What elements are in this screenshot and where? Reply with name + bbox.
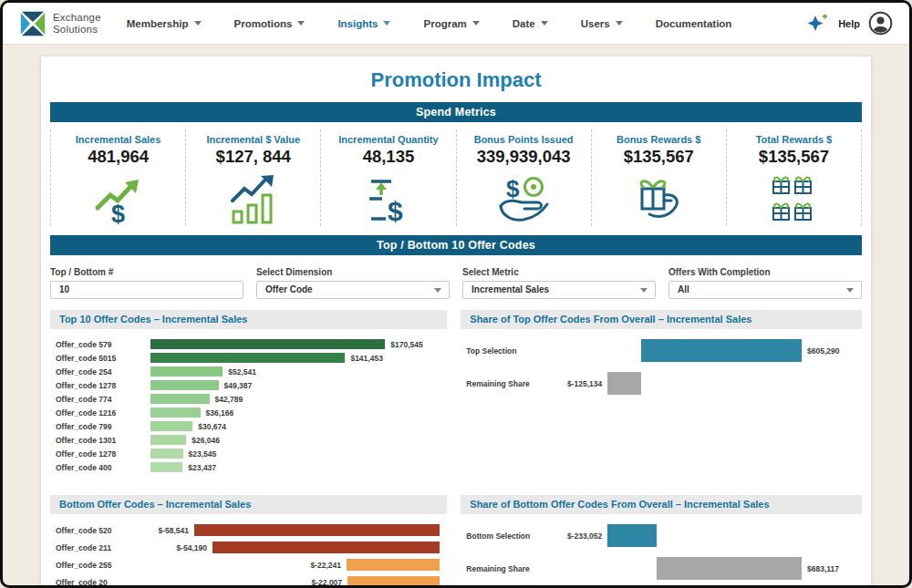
- bar[interactable]: [150, 462, 182, 472]
- page-background: Promotion Impact Spend Metrics Increment…: [3, 45, 909, 588]
- nav-item-label: Date: [513, 18, 535, 29]
- filter-value: All: [678, 284, 689, 294]
- bar-label: Offer_code 255: [56, 561, 150, 570]
- nav-item-membership[interactable]: Membership: [127, 18, 202, 29]
- bar[interactable]: [657, 557, 802, 580]
- metric-label: Incremental $ Value: [186, 134, 320, 145]
- chart-row: Offer_code 211$-54,190: [56, 542, 441, 553]
- bar-area: $-22,241: [150, 559, 441, 571]
- bar-label: Offer_code 1301: [56, 436, 150, 445]
- bar[interactable]: [212, 542, 440, 553]
- bar[interactable]: [150, 394, 210, 404]
- trend-dollar-icon: $: [51, 173, 185, 226]
- metric-card-total-rewards: Total Rewards $$135,567: [727, 129, 862, 226]
- bar-label: Remaining Share: [466, 379, 553, 388]
- user-avatar-icon[interactable]: [868, 11, 893, 36]
- bar-area: $170,545: [150, 339, 441, 349]
- chevron-down-icon: [541, 21, 548, 26]
- bar-label: Offer_code 579: [56, 340, 150, 349]
- chart-body: Bottom Selection$-233,052Remaining Share…: [461, 514, 862, 588]
- offer-codes-header: Top / Bottom 10 Offer Codes: [50, 235, 862, 255]
- metric-card-incremental-value: Incremental $ Value$127, 844: [186, 129, 321, 226]
- chart-row: Offer_code 520$-58,541: [56, 524, 441, 536]
- chevron-down-icon: [297, 21, 305, 26]
- bar[interactable]: [150, 353, 345, 363]
- filter-input[interactable]: 10: [50, 281, 244, 299]
- bar[interactable]: [150, 339, 385, 349]
- filter-label: Offers With Completion: [668, 267, 862, 277]
- chevron-down-icon: [194, 21, 202, 26]
- filter-value: Incremental Sales: [472, 284, 549, 294]
- chart-row: Offer_code 5015$141,453: [56, 353, 441, 363]
- bar-label: Offer_code 400: [56, 463, 150, 472]
- bar-value: $36,166: [206, 408, 234, 418]
- bar-area: $36,166: [150, 407, 441, 418]
- chevron-down-icon: [383, 21, 390, 26]
- chart-row: Offer_code 1301$26,046: [56, 435, 441, 445]
- bar[interactable]: [641, 339, 802, 362]
- filter-value: Offer Code: [265, 284, 313, 294]
- filter-label: Select Metric: [462, 267, 656, 277]
- bar-area: $42,789: [150, 394, 441, 404]
- bar-area: $605,290: [553, 339, 856, 362]
- bar-value: $23,437: [188, 463, 216, 472]
- bar[interactable]: [607, 524, 657, 547]
- metric-card-incremental-quantity: Incremental Quantity48,135$: [321, 129, 456, 226]
- nav-item-label: Promotions: [234, 18, 293, 29]
- filter-select[interactable]: All: [668, 281, 862, 299]
- chart-row: Offer_code 20$-22,007: [56, 576, 441, 588]
- chart-row: Offer_code 1216$36,166: [56, 407, 441, 418]
- chevron-down-icon: [616, 21, 623, 26]
- filter-label: Top / Bottom #: [50, 267, 244, 277]
- bar[interactable]: [150, 366, 223, 377]
- bar-area: $-58,541: [150, 524, 441, 536]
- bar-label: Offer_code 799: [56, 422, 150, 431]
- bar[interactable]: [194, 524, 440, 536]
- chart-row: Bottom Selection$-233,052: [466, 524, 856, 547]
- bar[interactable]: [347, 576, 440, 588]
- metric-label: Bonus Rewards $: [592, 134, 726, 145]
- nav-item-date[interactable]: Date: [513, 18, 548, 29]
- metric-label: Incremental Quantity: [321, 134, 455, 145]
- bar[interactable]: [150, 421, 192, 431]
- filter-select[interactable]: Offer Code: [256, 281, 450, 299]
- bar[interactable]: [150, 380, 219, 390]
- chevron-down-icon: [472, 21, 480, 26]
- chart-panel-top10: Top 10 Offer Codes – Incremental SalesOf…: [50, 310, 447, 480]
- nav-item-documentation[interactable]: Documentation: [656, 18, 732, 29]
- nav-item-label: Program: [423, 18, 466, 29]
- bar[interactable]: [150, 407, 201, 418]
- bar-label: Offer_code 1216: [56, 408, 150, 418]
- nav-item-insights[interactable]: Insights: [337, 18, 390, 29]
- chart-row: Top Selection$605,290: [466, 339, 856, 362]
- nav-item-users[interactable]: Users: [581, 18, 623, 29]
- svg-text:$: $: [111, 201, 125, 224]
- help-button[interactable]: Help: [838, 18, 860, 29]
- metric-card-bonus-rewards: Bonus Rewards $$135,567: [592, 129, 727, 226]
- nav-item-promotions[interactable]: Promotions: [234, 18, 306, 29]
- metric-card-incremental-sales: Incremental Sales481,964$: [50, 129, 186, 226]
- chart-row: Offer_code 1278$23,545: [56, 449, 441, 459]
- bar-area: $-125,134: [553, 372, 856, 395]
- brand-name: Exchange Solutions: [53, 12, 101, 36]
- bar[interactable]: [347, 559, 440, 571]
- top-navbar: Exchange Solutions MembershipPromotionsI…: [3, 3, 909, 45]
- bar-label: Remaining Share: [466, 564, 553, 573]
- bar-area: $30,674: [150, 421, 441, 431]
- filter-value: 10: [59, 284, 69, 294]
- hand-points-icon: $: [457, 173, 591, 226]
- bar-label: Offer_code 211: [56, 543, 150, 552]
- bar-value: $52,541: [228, 367, 256, 377]
- bar[interactable]: [150, 435, 186, 445]
- svg-text:$: $: [506, 175, 520, 202]
- bar[interactable]: [150, 449, 183, 459]
- nav-item-label: Membership: [127, 18, 189, 29]
- brand-logo[interactable]: Exchange Solutions: [19, 10, 101, 37]
- filter-select[interactable]: Incremental Sales: [462, 281, 656, 299]
- filter-top-bottom: Top / Bottom #10: [50, 263, 244, 299]
- sparkle-icon[interactable]: [806, 13, 830, 35]
- exchange-solutions-logo-icon: [19, 10, 47, 37]
- bar[interactable]: [607, 372, 640, 395]
- bar-value: $141,453: [350, 354, 382, 363]
- nav-item-program[interactable]: Program: [423, 18, 479, 29]
